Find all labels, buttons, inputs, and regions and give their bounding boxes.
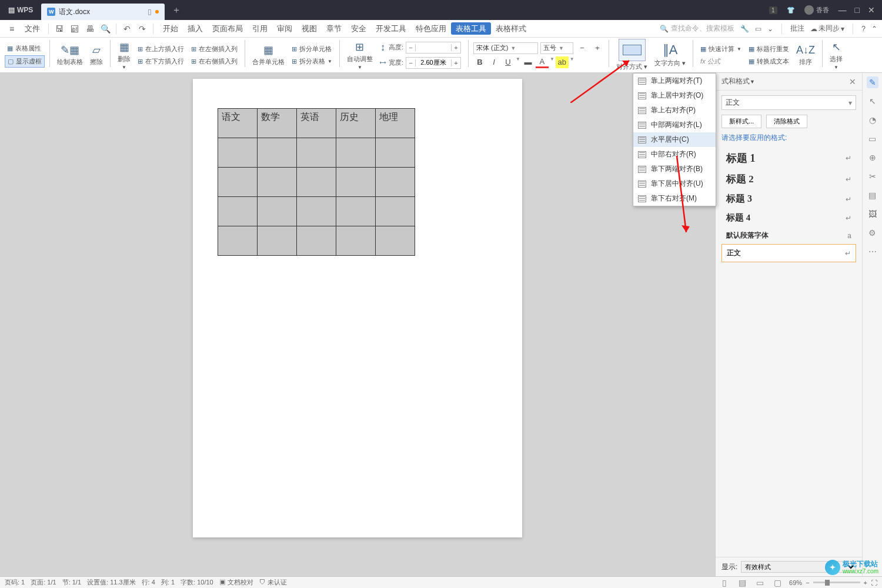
table-cell[interactable]: 英语 (297, 109, 336, 138)
table-cell[interactable] (376, 197, 415, 226)
highlight-button[interactable]: ab (556, 56, 569, 68)
table-cell[interactable] (258, 226, 297, 256)
menu-章节[interactable]: 章节 (322, 22, 346, 35)
print-icon[interactable]: 🖶 (83, 22, 97, 36)
table-cell[interactable] (218, 138, 258, 168)
table-cell[interactable] (218, 226, 258, 256)
delete-button[interactable]: ▦删除▼ (115, 39, 133, 71)
quick-calc-button[interactable]: ▦快速计算▼ (698, 44, 744, 55)
table-cell[interactable] (297, 197, 336, 226)
status-section[interactable]: 节: 1/1 (62, 578, 81, 587)
view-read-icon[interactable]: ▢ (771, 577, 783, 589)
align-option[interactable]: 靠下两端对齐(B) (633, 162, 716, 176)
sb-more-icon[interactable]: ⋯ (867, 246, 878, 258)
save-as-icon[interactable]: 🗟 (68, 22, 82, 36)
sb-props-icon[interactable]: ▤ (867, 189, 878, 201)
document-canvas[interactable]: 语文数学英语历史地理 (0, 73, 715, 576)
sync-status[interactable]: ☁未同步▾ (810, 24, 844, 34)
status-words[interactable]: 字数: 10/10 (181, 578, 213, 587)
font-color-button[interactable]: A (536, 56, 549, 68)
table-cell[interactable] (376, 226, 415, 256)
select-button[interactable]: ↖选择▼ (827, 39, 845, 71)
close-button[interactable]: ✕ (868, 5, 875, 15)
table-cell[interactable] (297, 226, 336, 256)
height-spinner[interactable]: −+ (406, 42, 461, 54)
table-cell[interactable]: 语文 (218, 109, 258, 138)
align-option[interactable]: 靠下右对齐(M) (633, 191, 716, 206)
show-frame-button[interactable]: ▢显示虚框 (5, 55, 45, 68)
status-page[interactable]: 页面: 1/1 (31, 578, 56, 587)
style-item-h1[interactable]: 标题 1↵ (721, 148, 856, 169)
table-cell[interactable] (258, 168, 297, 197)
style-item-body[interactable]: 正文↵ (721, 244, 856, 262)
maximize-button[interactable]: □ (855, 5, 860, 15)
menu-审阅[interactable]: 审阅 (272, 22, 297, 35)
insert-row-below-button[interactable]: ⊞在下方插入行 (135, 56, 186, 67)
sb-settings-icon[interactable]: ⚙ (867, 227, 878, 239)
style-item-h4[interactable]: 标题 4↵ (721, 209, 856, 227)
menu-开发工具[interactable]: 开发工具 (371, 22, 411, 35)
table-cell[interactable] (336, 226, 376, 256)
style-item-h3[interactable]: 标题 3↵ (721, 189, 856, 209)
bold-button[interactable]: B (473, 56, 486, 68)
notes-button[interactable]: 批注 (790, 24, 804, 34)
merge-cells-button[interactable]: ▦合并单元格 (250, 42, 287, 68)
increase-size-icon[interactable]: + (591, 42, 604, 54)
table-cell[interactable] (336, 168, 376, 197)
document-table[interactable]: 语文数学英语历史地理 (218, 108, 415, 256)
italic-button[interactable]: I (487, 56, 500, 68)
align-option[interactable]: 靠上两端对齐(T) (633, 74, 716, 88)
status-page-no[interactable]: 页码: 1 (5, 578, 25, 587)
menu-安全[interactable]: 安全 (346, 22, 371, 35)
style-item-h2[interactable]: 标题 2↵ (721, 169, 856, 189)
insert-row-above-button[interactable]: ⊞在上方插入行 (135, 44, 186, 55)
file-menu[interactable]: 文件 (20, 22, 45, 36)
sb-image-icon[interactable]: 🖼 (867, 208, 878, 220)
split-table-button[interactable]: ⊞拆分表格▼ (289, 56, 335, 67)
new-tab-button[interactable]: ＋ (165, 4, 188, 16)
sort-button[interactable]: A↓Z排序 (794, 43, 817, 68)
table-cell[interactable] (297, 168, 336, 197)
align-option[interactable]: 靠上右对齐(P) (633, 103, 716, 118)
table-cell[interactable] (297, 138, 336, 168)
status-proof[interactable]: ▣ 文档校对 (219, 578, 253, 587)
menu-表格样式[interactable]: 表格样式 (491, 22, 531, 35)
table-cell[interactable] (258, 197, 297, 226)
width-spinner[interactable]: −+ (406, 57, 461, 69)
formula-button[interactable]: fx 公式 (698, 56, 744, 67)
clear-format-button[interactable]: 清除格式 (766, 115, 807, 128)
draw-table-button[interactable]: ✎▦绘制表格 (55, 42, 85, 68)
autofit-button[interactable]: ⊞自动调整▼ (345, 39, 375, 71)
save-icon[interactable]: 🖫 (52, 22, 66, 36)
print-preview-icon[interactable]: 🔍 (98, 22, 112, 36)
new-style-button[interactable]: 新样式... (721, 115, 761, 128)
collapse-ribbon-icon[interactable]: ⌃ (871, 25, 877, 33)
to-text-button[interactable]: ▦转换成文本 (746, 56, 791, 67)
table-cell[interactable] (376, 168, 415, 197)
view-page-icon[interactable]: ▯ (719, 577, 730, 589)
sb-styles-icon[interactable]: ✎ (867, 76, 878, 88)
undo-icon[interactable]: ↶ (120, 22, 134, 36)
table-cell[interactable] (336, 197, 376, 226)
table-cell[interactable]: 数学 (258, 109, 297, 138)
align-option[interactable]: 水平居中(C) (633, 132, 716, 147)
table-cell[interactable] (258, 138, 297, 168)
table-cell[interactable] (218, 197, 258, 226)
view-web-icon[interactable]: ▭ (754, 577, 766, 589)
command-search[interactable]: 🔍查找命令、搜索模板 (660, 24, 734, 34)
align-option[interactable]: 中部两端对齐(L) (633, 118, 716, 132)
menu-特色应用[interactable]: 特色应用 (411, 22, 451, 35)
view-outline-icon[interactable]: ▤ (736, 577, 748, 589)
redo-icon[interactable]: ↷ (135, 22, 149, 36)
menu-页面布局[interactable]: 页面布局 (208, 22, 248, 35)
menu-引用[interactable]: 引用 (248, 22, 272, 35)
split-cell-button[interactable]: ⊞拆分单元格 (289, 44, 335, 55)
table-cell[interactable] (336, 138, 376, 168)
menu-插入[interactable]: 插入 (183, 22, 208, 35)
style-item-def[interactable]: 默认段落字体a (721, 227, 856, 244)
text-direction-button[interactable]: ∥A文字方向 ▾ (652, 41, 688, 69)
sb-layers-icon[interactable]: ▭ (867, 133, 878, 145)
gear-icon[interactable]: ▭ (755, 25, 761, 33)
sb-link-icon[interactable]: ⊕ (867, 152, 878, 163)
menu-视图[interactable]: 视图 (297, 22, 322, 35)
